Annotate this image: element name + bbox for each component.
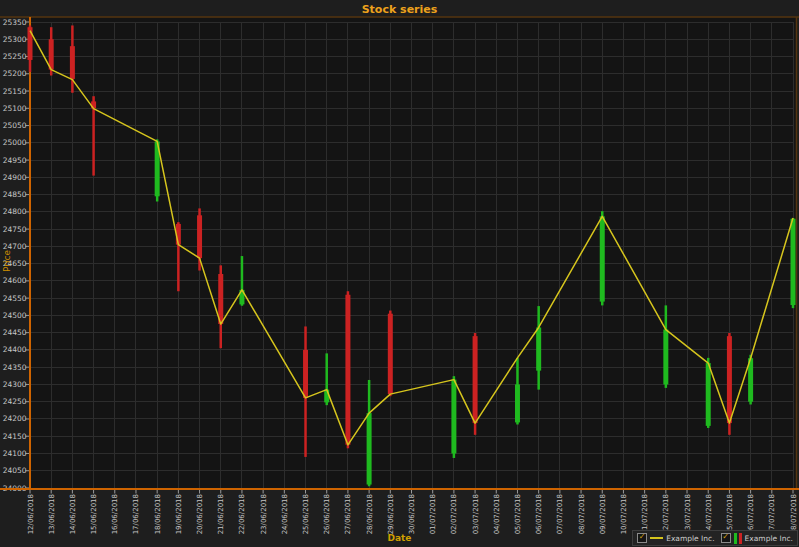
checkbox-checked-icon[interactable]: ✓ bbox=[637, 533, 647, 543]
svg-text:13/06/2018: 13/06/2018 bbox=[48, 494, 56, 534]
svg-text:18/06/2018: 18/06/2018 bbox=[154, 494, 162, 534]
svg-text:11/07/2018: 11/07/2018 bbox=[641, 494, 649, 534]
ohlc-swatch-up bbox=[734, 533, 737, 544]
svg-text:12/06/2018: 12/06/2018 bbox=[27, 494, 35, 534]
svg-text:24550: 24550 bbox=[3, 294, 27, 303]
svg-text:24/06/2018: 24/06/2018 bbox=[281, 494, 289, 534]
svg-text:02/07/2018: 02/07/2018 bbox=[450, 494, 458, 534]
svg-text:10/07/2018: 10/07/2018 bbox=[620, 494, 628, 534]
svg-text:24350: 24350 bbox=[3, 363, 27, 372]
svg-text:21/06/2018: 21/06/2018 bbox=[217, 494, 225, 534]
svg-text:25050: 25050 bbox=[3, 121, 27, 130]
svg-text:22/06/2018: 22/06/2018 bbox=[238, 494, 246, 534]
x-axis-labels: 12/06/201813/06/201814/06/201815/06/2018… bbox=[27, 494, 798, 534]
svg-text:27/06/2018: 27/06/2018 bbox=[344, 494, 352, 534]
svg-text:14/06/2018: 14/06/2018 bbox=[69, 494, 77, 534]
legend: ✓ Example Inc. ✓ Example Inc. bbox=[632, 530, 798, 546]
chart-window: Stock series 240002405024100241502420024… bbox=[0, 0, 799, 547]
svg-text:24750: 24750 bbox=[3, 225, 27, 234]
svg-text:15/06/2018: 15/06/2018 bbox=[90, 494, 98, 534]
ohlc-swatch-icon bbox=[734, 533, 742, 544]
svg-text:19/06/2018: 19/06/2018 bbox=[175, 494, 183, 534]
svg-text:24800: 24800 bbox=[3, 207, 27, 216]
svg-text:13/07/2018: 13/07/2018 bbox=[684, 494, 692, 534]
svg-text:16/07/2018: 16/07/2018 bbox=[747, 494, 755, 534]
svg-text:17/07/2018: 17/07/2018 bbox=[768, 494, 776, 534]
svg-text:24200: 24200 bbox=[3, 414, 27, 423]
svg-text:24250: 24250 bbox=[3, 397, 27, 406]
svg-text:17/06/2018: 17/06/2018 bbox=[132, 494, 140, 534]
svg-text:25200: 25200 bbox=[3, 69, 27, 78]
svg-text:20/06/2018: 20/06/2018 bbox=[196, 494, 204, 534]
svg-text:25100: 25100 bbox=[3, 104, 27, 113]
legend-item-line-series[interactable]: ✓ Example Inc. bbox=[637, 533, 714, 543]
svg-text:03/07/2018: 03/07/2018 bbox=[472, 494, 480, 534]
svg-text:24950: 24950 bbox=[3, 156, 27, 165]
svg-text:08/07/2018: 08/07/2018 bbox=[578, 494, 586, 534]
svg-text:24050: 24050 bbox=[3, 466, 27, 475]
legend-label: Example Inc. bbox=[666, 534, 714, 543]
svg-text:01/07/2018: 01/07/2018 bbox=[429, 494, 437, 534]
svg-text:05/07/2018: 05/07/2018 bbox=[514, 494, 522, 534]
svg-text:25250: 25250 bbox=[3, 52, 27, 61]
legend-item-ohlc-series[interactable]: ✓ Example Inc. bbox=[721, 533, 793, 544]
svg-text:24500: 24500 bbox=[3, 311, 27, 320]
svg-text:06/07/2018: 06/07/2018 bbox=[535, 494, 543, 534]
svg-text:25150: 25150 bbox=[3, 87, 27, 96]
svg-text:28/06/2018: 28/06/2018 bbox=[366, 494, 374, 534]
svg-text:04/07/2018: 04/07/2018 bbox=[493, 494, 501, 534]
svg-text:25300: 25300 bbox=[3, 35, 27, 44]
ohlc-swatch-down bbox=[739, 533, 742, 544]
svg-text:15/07/2018: 15/07/2018 bbox=[726, 494, 734, 534]
svg-text:26/06/2018: 26/06/2018 bbox=[323, 494, 331, 534]
svg-text:24400: 24400 bbox=[3, 345, 27, 354]
svg-text:14/07/2018: 14/07/2018 bbox=[705, 494, 713, 534]
svg-text:24150: 24150 bbox=[3, 432, 27, 441]
svg-text:18/07/2018: 18/07/2018 bbox=[790, 494, 798, 534]
plot-area: 2400024050241002415024200242502430024350… bbox=[0, 0, 799, 547]
svg-text:24450: 24450 bbox=[3, 328, 27, 337]
svg-text:12/07/2018: 12/07/2018 bbox=[662, 494, 670, 534]
svg-text:24850: 24850 bbox=[3, 190, 27, 199]
svg-text:24100: 24100 bbox=[3, 449, 27, 458]
legend-label: Example Inc. bbox=[745, 534, 793, 543]
svg-text:07/07/2018: 07/07/2018 bbox=[556, 494, 564, 534]
svg-text:09/07/2018: 09/07/2018 bbox=[599, 494, 607, 534]
svg-text:30/06/2018: 30/06/2018 bbox=[408, 494, 416, 534]
svg-text:25350: 25350 bbox=[3, 18, 27, 27]
y-axis-title: Price bbox=[2, 250, 12, 272]
svg-text:16/06/2018: 16/06/2018 bbox=[111, 494, 119, 534]
svg-text:24300: 24300 bbox=[3, 380, 27, 389]
svg-text:24600: 24600 bbox=[3, 276, 27, 285]
svg-text:24900: 24900 bbox=[3, 173, 27, 182]
svg-text:29/06/2018: 29/06/2018 bbox=[387, 494, 395, 534]
line-swatch-icon bbox=[650, 537, 663, 539]
svg-text:23/06/2018: 23/06/2018 bbox=[260, 494, 268, 534]
checkbox-checked-icon[interactable]: ✓ bbox=[721, 533, 731, 543]
svg-text:25/06/2018: 25/06/2018 bbox=[302, 494, 310, 534]
svg-text:25000: 25000 bbox=[3, 138, 27, 147]
